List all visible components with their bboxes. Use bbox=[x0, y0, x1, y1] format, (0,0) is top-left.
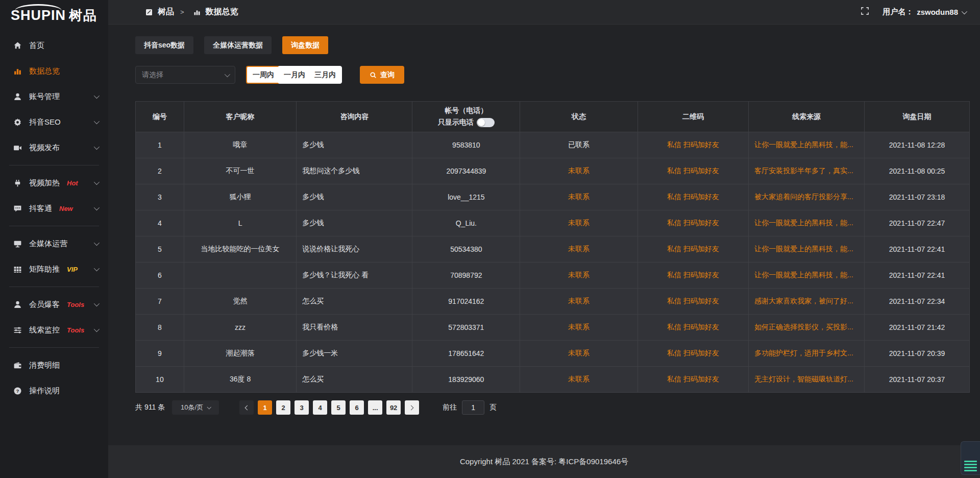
menu-divider bbox=[9, 286, 99, 287]
tab-inquiry-data[interactable]: 询盘数据 bbox=[282, 36, 328, 54]
cell-account: love__1215 bbox=[412, 184, 520, 210]
lead-source-link[interactable]: 被大家追着问的客厅投影分享... bbox=[748, 184, 864, 210]
sidebar-item-member-burst[interactable]: 会员爆客 Tools bbox=[0, 292, 108, 317]
qr-actions-link[interactable]: 私信 扫码加好友 bbox=[638, 367, 748, 393]
lead-source-link[interactable]: 感谢大家喜欢我家，被问了好... bbox=[748, 289, 864, 315]
chevron-down-icon bbox=[94, 301, 100, 306]
sidebar-item-account-management[interactable]: 账号管理 bbox=[0, 84, 108, 109]
sidebar-item-douyin-seo[interactable]: 抖音SEO bbox=[0, 109, 108, 135]
sidebar-item-lead-monitor[interactable]: 线索监控 Tools bbox=[0, 317, 108, 343]
cell-content: 多少钱？让我死心 看 bbox=[297, 262, 412, 289]
lead-source-link[interactable]: 让你一眼就爱上的黑科技，能... bbox=[748, 210, 864, 236]
user-menu[interactable]: 用户名： zswodun88 bbox=[883, 7, 966, 17]
status-badge: 未联系 bbox=[520, 289, 638, 315]
cell-nickname: 当地比较能吃的一位美女 bbox=[184, 236, 297, 262]
logo-text-cn: 树品 bbox=[69, 7, 97, 25]
svg-text:?: ? bbox=[16, 388, 19, 393]
goto-page-input[interactable] bbox=[462, 400, 484, 415]
goto-label: 前往 bbox=[443, 403, 457, 412]
sidebar-item-label: 全媒体运营 bbox=[29, 239, 67, 249]
lead-source-link[interactable]: 让你一眼就爱上的黑科技，能... bbox=[748, 236, 864, 262]
page-button-2[interactable]: 2 bbox=[276, 400, 290, 415]
period-quarter-button[interactable]: 三月内 bbox=[308, 66, 342, 84]
sidebar-item-label: 会员爆客 bbox=[29, 300, 60, 309]
lead-source-link[interactable]: 让你一眼就爱上的黑科技，能... bbox=[748, 132, 864, 158]
cell-content: 怎么买 bbox=[297, 289, 412, 315]
qr-actions-link[interactable]: 私信 扫码加好友 bbox=[638, 158, 748, 184]
cell-date: 2021-11-07 20:37 bbox=[865, 367, 970, 393]
lead-source-link[interactable]: 客厅安装投影半年多了，真实... bbox=[748, 158, 864, 184]
sidebar-item-home[interactable]: 首页 bbox=[0, 33, 108, 58]
qr-actions-link[interactable]: 私信 扫码加好友 bbox=[638, 315, 748, 341]
cell-account: 572803371 bbox=[412, 315, 520, 341]
qr-actions-link[interactable]: 私信 扫码加好友 bbox=[638, 210, 748, 236]
page-button-3[interactable]: 3 bbox=[295, 400, 309, 415]
status-badge: 未联系 bbox=[520, 315, 638, 341]
logo-text-en: SHUPIN bbox=[11, 8, 66, 23]
prev-page-button[interactable] bbox=[239, 400, 254, 415]
sidebar-item-video-heat[interactable]: 视频加热 Hot bbox=[0, 170, 108, 196]
next-page-button[interactable] bbox=[405, 400, 419, 415]
copyright-text: Copyright 树品 2021 备案号: 粤ICP备09019646号 bbox=[460, 457, 628, 467]
page-size-select[interactable]: 10条/页 bbox=[172, 400, 219, 415]
page-ellipsis-button[interactable]: ... bbox=[368, 400, 382, 415]
sidebar-item-video-publish[interactable]: 视频发布 bbox=[0, 135, 108, 160]
sidebar-item-instructions[interactable]: ? 操作说明 bbox=[0, 378, 108, 403]
period-month-button[interactable]: 一月内 bbox=[278, 66, 311, 84]
qr-actions-link[interactable]: 私信 扫码加好友 bbox=[638, 289, 748, 315]
gear-icon bbox=[13, 118, 22, 127]
sidebar-item-omni-media[interactable]: 全媒体运营 bbox=[0, 231, 108, 256]
lead-source-link[interactable]: 如何正确选择投影仪，买投影... bbox=[748, 315, 864, 341]
page-button-4[interactable]: 4 bbox=[313, 400, 327, 415]
cell-num: 6 bbox=[136, 262, 184, 289]
cell-content: 多少钱 bbox=[297, 132, 412, 158]
cell-content: 怎么买 bbox=[297, 367, 412, 393]
cell-nickname: 不可一世 bbox=[184, 158, 297, 184]
chevron-down-icon bbox=[94, 118, 100, 124]
chevron-down-icon bbox=[94, 144, 100, 150]
sidebar-item-data-overview[interactable]: 数据总览 bbox=[0, 58, 108, 84]
table-row: 4 L 多少钱 Q_Liu. 未联系 私信 扫码加好友 让你一眼就爱上的黑科技，… bbox=[136, 210, 970, 236]
sliders-icon bbox=[13, 326, 22, 334]
cell-date: 2021-11-08 00:25 bbox=[865, 158, 970, 184]
qr-actions-link[interactable]: 私信 扫码加好友 bbox=[638, 236, 748, 262]
chevron-left-icon bbox=[245, 405, 250, 410]
tab-omni-media-data[interactable]: 全媒体运营数据 bbox=[204, 36, 272, 54]
floating-widget[interactable] bbox=[961, 441, 980, 475]
filter-select[interactable]: 请选择 bbox=[135, 66, 235, 84]
page-button-92[interactable]: 92 bbox=[386, 400, 401, 415]
qr-actions-link[interactable]: 私信 扫码加好友 bbox=[638, 262, 748, 289]
breadcrumb-root[interactable]: 树品 bbox=[158, 7, 174, 17]
cell-date: 2021-11-07 22:47 bbox=[865, 210, 970, 236]
sidebar-item-label: 视频加热 bbox=[29, 178, 60, 188]
table-row: 3 狐小狸 多少钱 love__1215 未联系 私信 扫码加好友 被大家追着问… bbox=[136, 184, 970, 210]
filter-select-placeholder: 请选择 bbox=[142, 70, 163, 80]
new-badge: New bbox=[59, 205, 73, 212]
sidebar-item-doukettong[interactable]: 抖客通 New bbox=[0, 196, 108, 221]
sidebar-item-expense-detail[interactable]: 消费明细 bbox=[0, 352, 108, 378]
lead-source-link[interactable]: 让你一眼就爱上的黑科技，能... bbox=[748, 262, 864, 289]
col-qrcode: 二维码 bbox=[638, 102, 748, 132]
sidebar-item-matrix-boost[interactable]: 矩阵助推 VIP bbox=[0, 256, 108, 282]
fullscreen-icon[interactable] bbox=[861, 7, 869, 17]
sidebar-item-label: 账号管理 bbox=[29, 92, 60, 102]
phone-only-toggle[interactable] bbox=[477, 118, 495, 127]
chevron-down-icon bbox=[94, 93, 100, 99]
lead-source-link[interactable]: 多功能护栏灯，适用于乡村文... bbox=[748, 341, 864, 367]
tab-douyin-seo-data[interactable]: 抖音seo数据 bbox=[135, 36, 193, 54]
page-button-5[interactable]: 5 bbox=[331, 400, 346, 415]
lead-source-link[interactable]: 无主灯设计，智能磁吸轨道灯... bbox=[748, 367, 864, 393]
bar-chart-icon bbox=[13, 67, 22, 76]
video-icon bbox=[13, 144, 22, 152]
menu-divider bbox=[9, 226, 99, 226]
sidebar-item-label: 视频发布 bbox=[29, 143, 60, 153]
qr-actions-link[interactable]: 私信 扫码加好友 bbox=[638, 341, 748, 367]
qr-actions-link[interactable]: 私信 扫码加好友 bbox=[638, 132, 748, 158]
period-week-button[interactable]: 一周内 bbox=[246, 66, 281, 84]
status-badge: 已联系 bbox=[520, 132, 638, 158]
chevron-right-icon bbox=[409, 405, 414, 410]
search-button[interactable]: 查询 bbox=[360, 66, 404, 84]
qr-actions-link[interactable]: 私信 扫码加好友 bbox=[638, 184, 748, 210]
page-button-1[interactable]: 1 bbox=[258, 400, 272, 415]
page-button-6[interactable]: 6 bbox=[350, 400, 364, 415]
